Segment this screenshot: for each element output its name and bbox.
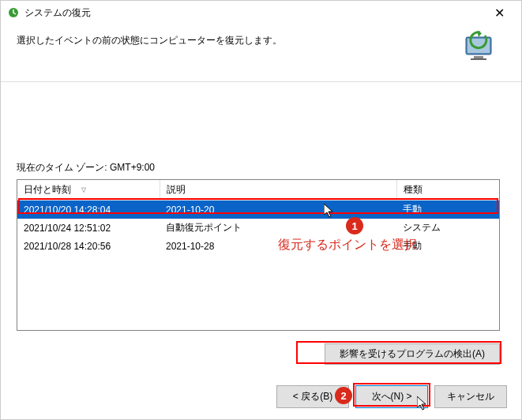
timezone-label: 現在のタイム ゾーン: GMT+9:00: [17, 161, 505, 174]
content-area: 現在のタイム ゾーン: GMT+9:00 日付と時刻 ▽ 説明 種類 2021/…: [1, 82, 521, 381]
next-button[interactable]: 次へ(N) >: [355, 385, 428, 408]
close-button[interactable]: ✕: [483, 2, 515, 24]
table-cell-date: 2021/10/28 14:20:56: [17, 237, 160, 255]
table-cell-type: 手動: [396, 237, 499, 255]
table-cell-type: 手動: [396, 201, 499, 219]
header-instruction: 選択したイベントの前の状態にコンピューターを復元します。: [17, 31, 461, 47]
back-button[interactable]: < 戻る(B): [276, 385, 349, 408]
table-cell-type: システム: [396, 219, 499, 237]
column-header-date-label: 日付と時刻: [24, 184, 71, 195]
table-row[interactable]: 2021/10/20 14:28:042021-10-20手動: [17, 201, 499, 219]
sort-indicator-icon: ▽: [81, 186, 86, 193]
table-cell-desc: 自動復元ポイント: [160, 219, 396, 237]
scan-affected-programs-button[interactable]: 影響を受けるプログラムの検出(A): [325, 343, 500, 365]
window-title: システムの復元: [24, 6, 483, 20]
svg-rect-4: [471, 58, 486, 60]
cancel-button[interactable]: キャンセル: [434, 385, 507, 408]
column-header-type[interactable]: 種類: [396, 180, 499, 201]
system-restore-icon: [7, 6, 20, 19]
column-header-description[interactable]: 説明: [160, 180, 396, 201]
table-row[interactable]: 2021/10/28 14:20:562021-10-28手動: [17, 237, 499, 255]
restore-monitor-icon: [461, 31, 499, 69]
table-row[interactable]: 2021/10/24 12:51:02自動復元ポイントシステム: [17, 219, 499, 237]
header-section: 選択したイベントの前の状態にコンピューターを復元します。: [1, 24, 521, 82]
table-cell-date: 2021/10/20 14:28:04: [17, 201, 160, 219]
table-cell-desc: 2021-10-28: [160, 237, 396, 255]
restore-points-table[interactable]: 日付と時刻 ▽ 説明 種類 2021/10/20 14:28:042021-10…: [17, 179, 500, 331]
scan-button-label: 影響を受けるプログラムの検出(A): [340, 348, 485, 359]
svg-rect-3: [474, 56, 483, 58]
column-header-date[interactable]: 日付と時刻 ▽: [17, 180, 160, 201]
table-cell-desc: 2021-10-20: [160, 201, 396, 219]
table-cell-date: 2021/10/24 12:51:02: [17, 219, 160, 237]
titlebar: システムの復元 ✕: [1, 1, 521, 24]
table-header-row: 日付と時刻 ▽ 説明 種類: [17, 180, 499, 201]
wizard-footer: < 戻る(B) 次へ(N) > 2 キャンセル: [276, 385, 507, 408]
scan-button-wrap: 影響を受けるプログラムの検出(A): [17, 343, 500, 365]
